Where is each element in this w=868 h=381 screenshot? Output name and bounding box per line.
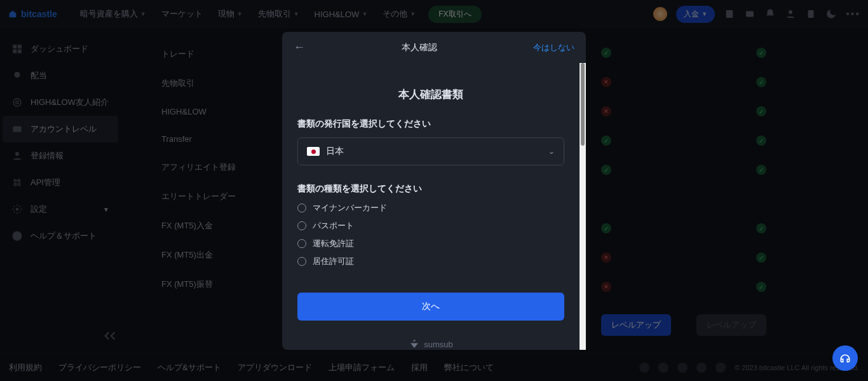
radio-icon [297, 204, 306, 212]
radio-icon [297, 239, 306, 248]
modal-scrollbar[interactable] [580, 63, 586, 350]
radio-residence[interactable]: 居住許可証 [297, 256, 564, 267]
radio-mynumber[interactable]: マイナンバーカード [297, 202, 564, 214]
flag-jp-icon [307, 147, 320, 156]
provider-badge: sumsub [297, 338, 564, 350]
radio-passport[interactable]: パスポート [297, 220, 564, 232]
radio-icon [297, 221, 306, 230]
scrollbar-thumb[interactable] [581, 63, 585, 146]
country-label: 書類の発行国を選択してください [297, 118, 564, 130]
kyc-modal: ← 本人確認 今はしない 本人確認書類 書類の発行国を選択してください 日本 ⌄… [282, 32, 586, 350]
next-button[interactable]: 次へ [297, 293, 564, 321]
support-fab[interactable] [832, 345, 858, 371]
modal-body: 本人確認書類 書類の発行国を選択してください 日本 ⌄ 書類の種類を選択してくだ… [282, 63, 580, 350]
radio-license[interactable]: 運転免許証 [297, 238, 564, 249]
skip-link[interactable]: 今はしない [533, 42, 574, 53]
country-value: 日本 [326, 146, 542, 157]
modal-title: 本人確認 [305, 42, 533, 53]
chevron-down-icon: ⌄ [548, 147, 555, 156]
modal-header: ← 本人確認 今はしない [282, 32, 586, 63]
radio-icon [297, 257, 306, 266]
back-button[interactable]: ← [294, 41, 305, 54]
country-select[interactable]: 日本 ⌄ [297, 137, 564, 165]
doctype-label: 書類の種類を選択してください [297, 183, 564, 195]
modal-body-title: 本人確認書類 [297, 87, 564, 102]
